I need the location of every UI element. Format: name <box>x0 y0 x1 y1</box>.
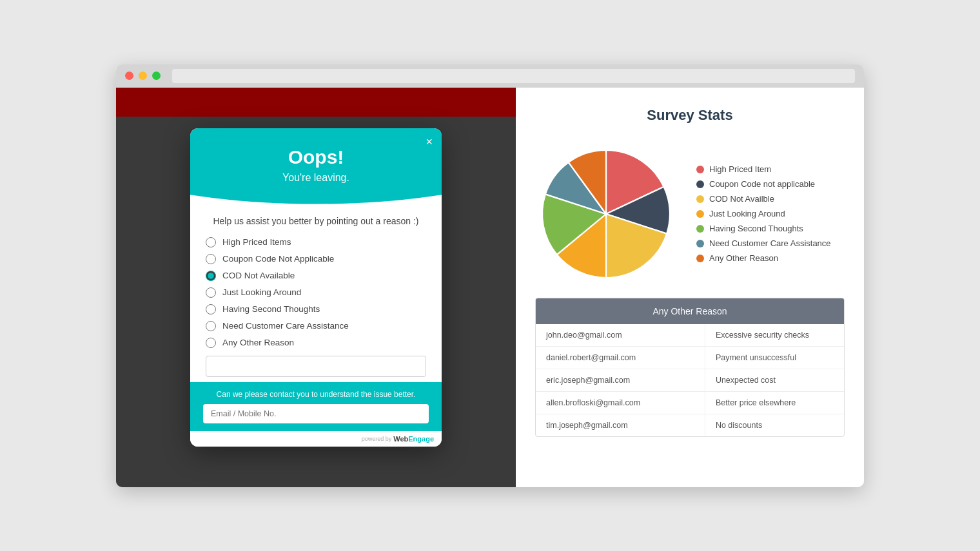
radio-opt1[interactable] <box>206 237 216 247</box>
email-input[interactable] <box>203 404 429 423</box>
legend-dot-1 <box>696 180 704 188</box>
table-row: john.deo@gmail.comExcessive security che… <box>536 324 844 347</box>
radio-item-4[interactable]: Having Second Thoughts <box>206 304 426 314</box>
modal-body: Help us assist you better by pointing ou… <box>190 204 442 382</box>
legend-dot-4 <box>696 225 704 233</box>
radio-label-2: COD Not Available <box>222 271 295 280</box>
browser-minimize-btn[interactable] <box>139 72 147 80</box>
table-row: eric.joseph@gmail.comUnexpected cost <box>536 369 844 392</box>
legend-item-6: Any Other Reason <box>696 253 831 263</box>
browser-close-btn[interactable] <box>125 72 133 80</box>
radio-opt4[interactable] <box>206 287 216 298</box>
legend-dot-2 <box>696 195 704 203</box>
table-cell-email-0: john.deo@gmail.com <box>536 324 705 346</box>
legend-label-6: Any Other Reason <box>709 253 778 263</box>
radio-label-4: Having Second Thoughts <box>222 304 320 314</box>
legend: High Priced ItemCoupon Code not applicab… <box>696 164 831 263</box>
browser-window: × Oops! You're leaving. Help us assist y… <box>116 64 864 487</box>
legend-item-1: Coupon Code not applicable <box>696 179 831 189</box>
radio-item-3[interactable]: Just Looking Around <box>206 287 426 298</box>
modal-overlay: × Oops! You're leaving. Help us assist y… <box>116 88 516 487</box>
table-cell-email-4: tim.joseph@gmail.com <box>536 414 705 436</box>
radio-item-1[interactable]: Coupon Code Not Applicable <box>206 254 426 264</box>
table-row: daniel.robert@gmail.comPayment unsuccess… <box>536 347 844 369</box>
pie-chart <box>535 143 677 285</box>
radio-item-0[interactable]: High Priced Items <box>206 237 426 247</box>
table-row: tim.joseph@gmail.comNo discounts <box>536 414 844 436</box>
table-cell-reason-1: Payment unsuccessful <box>705 347 844 369</box>
radio-group: High Priced ItemsCoupon Code Not Applica… <box>206 237 426 348</box>
table-row: allen.brofloski@gmail.comBetter price el… <box>536 392 844 414</box>
legend-label-4: Having Second Thoughts <box>709 224 803 233</box>
other-reason-input[interactable] <box>206 356 426 377</box>
radio-label-6: Any Other Reason <box>222 338 294 347</box>
table-cell-reason-2: Unexpected cost <box>705 369 844 391</box>
radio-label-3: Just Looking Around <box>222 287 301 297</box>
modal-footer: Can we please contact you to understand … <box>190 382 442 431</box>
radio-label-5: Need Customer Care Assistance <box>222 321 349 331</box>
radio-opt3[interactable] <box>206 271 216 281</box>
legend-label-3: Just Looking Around <box>709 209 785 218</box>
legend-item-4: Having Second Thoughts <box>696 224 831 233</box>
legend-dot-6 <box>696 255 704 262</box>
modal-subtitle: You're leaving. <box>203 172 429 184</box>
browser-addressbar <box>172 69 855 83</box>
radio-label-1: Coupon Code Not Applicable <box>222 254 334 264</box>
browser-content: × Oops! You're leaving. Help us assist y… <box>116 88 864 487</box>
table-cell-email-1: daniel.robert@gmail.com <box>536 347 705 369</box>
legend-dot-5 <box>696 240 704 247</box>
legend-dot-0 <box>696 166 704 173</box>
legend-label-0: High Priced Item <box>709 164 771 174</box>
legend-item-5: Need Customer Care Assistance <box>696 238 831 248</box>
browser-maximize-btn[interactable] <box>152 72 161 80</box>
modal-title: Oops! <box>203 146 429 168</box>
legend-label-5: Need Customer Care Assistance <box>709 238 831 248</box>
legend-label-2: COD Not Availble <box>709 194 774 204</box>
table-cell-reason-4: No discounts <box>705 414 844 436</box>
table-cell-email-3: allen.brofloski@gmail.com <box>536 392 705 414</box>
stats-title: Survey Stats <box>535 107 845 124</box>
exit-intent-modal: × Oops! You're leaving. Help us assist y… <box>190 128 442 447</box>
close-button[interactable]: × <box>426 136 433 148</box>
radio-label-0: High Priced Items <box>222 237 291 247</box>
legend-item-2: COD Not Availble <box>696 194 831 204</box>
radio-opt5[interactable] <box>206 304 216 314</box>
modal-description: Help us assist you better by pointing ou… <box>206 215 426 228</box>
table-cell-reason-3: Better price elsewhere <box>705 392 844 414</box>
webengage-logo: WebEngage <box>393 435 434 443</box>
table-body: john.deo@gmail.comExcessive security che… <box>536 324 844 436</box>
radio-item-5[interactable]: Need Customer Care Assistance <box>206 321 426 331</box>
legend-dot-3 <box>696 210 704 218</box>
table-cell-reason-0: Excessive security checks <box>705 324 844 346</box>
radio-opt6[interactable] <box>206 321 216 331</box>
legend-label-1: Coupon Code not applicable <box>709 179 815 189</box>
browser-titlebar <box>116 64 864 88</box>
radio-item-6[interactable]: Any Other Reason <box>206 338 426 348</box>
chart-legend-container: High Priced ItemCoupon Code not applicab… <box>535 143 845 285</box>
table-cell-email-2: eric.joseph@gmail.com <box>536 369 705 391</box>
legend-item-0: High Priced Item <box>696 164 831 174</box>
radio-opt2[interactable] <box>206 254 216 264</box>
stats-panel: Survey Stats High Priced ItemCoupon Code… <box>516 88 864 487</box>
footer-text: Can we please contact you to understand … <box>203 390 429 399</box>
legend-item-3: Just Looking Around <box>696 209 831 218</box>
powered-by-text: powered by <box>362 436 392 442</box>
modal-branding: powered by WebEngage <box>190 431 442 447</box>
website-background: × Oops! You're leaving. Help us assist y… <box>116 88 516 487</box>
table-header: Any Other Reason <box>536 298 844 324</box>
radio-item-2[interactable]: COD Not Available <box>206 271 426 281</box>
radio-opt7[interactable] <box>206 338 216 348</box>
modal-header: × Oops! You're leaving. <box>190 128 442 204</box>
other-reason-table: Any Other Reason john.deo@gmail.comExces… <box>535 298 845 437</box>
